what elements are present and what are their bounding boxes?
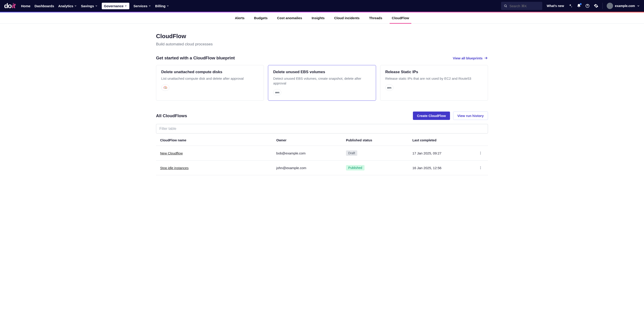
cell-last: 17 Jan 2025, 09:27 <box>408 146 475 161</box>
nav-label: Analytics <box>58 4 73 8</box>
chevron-down-icon <box>166 4 169 7</box>
col-status[interactable]: Published status <box>342 135 408 146</box>
nav-label: Savings <box>81 4 94 8</box>
chevron-down-icon <box>124 4 127 7</box>
cloudflow-name-link[interactable]: New Cloudflow <box>160 151 183 155</box>
status-badge: Published <box>346 165 364 170</box>
svg-point-10 <box>480 154 481 155</box>
svg-point-5 <box>164 87 165 88</box>
svg-line-1 <box>506 6 507 7</box>
nav-analytics[interactable]: Analytics <box>58 4 77 8</box>
svg-point-8 <box>480 152 481 153</box>
search-icon <box>504 4 507 8</box>
svg-point-12 <box>480 168 481 168</box>
gear-icon[interactable] <box>594 3 598 8</box>
logo-do: do <box>4 2 12 10</box>
col-last[interactable]: Last completed <box>408 135 475 146</box>
table-row: Stop idle instancesjohn@example.comPubli… <box>156 161 488 175</box>
nav-links: HomeDashboardsAnalyticsSavingsGovernance… <box>21 3 169 9</box>
nav-billing[interactable]: Billing <box>155 4 169 8</box>
svg-point-0 <box>504 5 506 7</box>
page-subtitle: Build automated cloud processes <box>156 42 488 46</box>
account-menu[interactable]: example.com <box>607 3 640 9</box>
subnav-cloud-incidents[interactable]: Cloud incidents <box>334 12 360 23</box>
table-heading: All CloudFlows <box>156 113 187 118</box>
row-menu-button[interactable] <box>475 146 488 161</box>
nav-dashboards[interactable]: Dashboards <box>34 4 54 8</box>
more-vert-icon <box>479 166 482 169</box>
nav-label: Billing <box>155 4 166 8</box>
svg-point-6 <box>165 87 166 88</box>
nav-governance[interactable]: Governance <box>102 3 130 9</box>
gcp-icon <box>161 84 169 91</box>
nav-label: Governance <box>104 4 124 8</box>
subnav-alerts[interactable]: Alerts <box>235 12 245 23</box>
status-badge: Draft <box>346 150 357 156</box>
nav-services[interactable]: Services <box>134 4 151 8</box>
table-row: New Cloudflowbob@example.comDraft17 Jan … <box>156 146 488 161</box>
cell-owner: bob@example.com <box>272 146 342 161</box>
subnav-cost-anomalies[interactable]: Cost anomalies <box>277 12 302 23</box>
view-all-blueprints-link[interactable]: View all blueprints <box>453 56 488 60</box>
arrow-right-icon <box>484 56 488 60</box>
search-input[interactable] <box>510 4 540 8</box>
aws-icon: aws <box>273 89 281 96</box>
blueprint-title: Release Static IPs <box>385 70 483 74</box>
blueprint-desc: Release static IPs that are not used by … <box>385 76 483 81</box>
subnav: AlertsBudgetsCost anomaliesInsightsCloud… <box>0 12 644 24</box>
table-section-head: All CloudFlows Create CloudFlow View run… <box>156 112 488 120</box>
notification-dot <box>580 3 582 5</box>
chevron-down-icon <box>95 4 98 7</box>
col-owner[interactable]: Owner <box>272 135 342 146</box>
logo-it: it <box>12 2 15 10</box>
page-title: CloudFlow <box>156 33 488 40</box>
filter-table-input[interactable] <box>156 124 488 134</box>
svg-point-3 <box>587 6 588 7</box>
svg-point-7 <box>166 88 166 89</box>
blueprint-card[interactable]: Delete unattached compute disksList unat… <box>156 65 264 101</box>
search-box[interactable] <box>501 2 542 10</box>
blueprint-desc: Detect unused EBS volumes, create snapsh… <box>273 76 370 86</box>
page: CloudFlow Build automated cloud processe… <box>152 24 492 184</box>
svg-point-11 <box>480 167 481 167</box>
row-menu-button[interactable] <box>475 161 488 175</box>
cloudflows-table: CloudFlow name Owner Published status La… <box>156 135 488 175</box>
nav-label: Dashboards <box>34 4 54 8</box>
sparkle-icon[interactable] <box>568 3 572 8</box>
blueprint-desc: List unattached compute disk and delete … <box>161 76 259 81</box>
col-name[interactable]: CloudFlow name <box>156 135 272 146</box>
subnav-budgets[interactable]: Budgets <box>254 12 268 23</box>
blueprint-cards: Delete unattached compute disksList unat… <box>156 65 488 101</box>
nav-label: Home <box>21 4 30 8</box>
more-vert-icon <box>479 151 482 155</box>
cloudflow-name-link[interactable]: Stop idle instances <box>160 166 188 170</box>
subnav-insights[interactable]: Insights <box>312 12 325 23</box>
bell-icon[interactable] <box>576 3 581 8</box>
blueprint-title: Delete unused EBS volumes <box>273 70 370 74</box>
blueprint-card[interactable]: Delete unused EBS volumesDetect unused E… <box>268 65 376 101</box>
nav-savings[interactable]: Savings <box>81 4 98 8</box>
svg-point-9 <box>480 153 481 154</box>
chevron-down-icon <box>637 4 640 7</box>
chevron-down-icon <box>74 4 77 7</box>
aws-icon: aws <box>385 84 394 91</box>
blueprint-card[interactable]: Release Static IPsRelease static IPs tha… <box>380 65 488 101</box>
svg-point-13 <box>480 168 481 169</box>
nav-label: Services <box>134 4 148 8</box>
view-run-history-button[interactable]: View run history <box>453 112 488 120</box>
subnav-threads[interactable]: Threads <box>369 12 382 23</box>
subnav-cloudflow[interactable]: CloudFlow <box>392 12 409 23</box>
chevron-down-icon <box>148 4 151 7</box>
nav-right: What's new example.com <box>547 3 640 9</box>
cell-last: 16 Jan 2025, 12:56 <box>408 161 475 175</box>
nav-home[interactable]: Home <box>21 4 30 8</box>
logo[interactable]: doit <box>4 2 15 10</box>
whats-new-link[interactable]: What's new <box>547 4 564 8</box>
cell-owner: john@example.com <box>272 161 342 175</box>
top-navbar: doit HomeDashboardsAnalyticsSavingsGover… <box>0 0 644 12</box>
view-all-label: View all blueprints <box>453 56 482 60</box>
blueprint-title: Delete unattached compute disks <box>161 70 259 74</box>
help-icon[interactable] <box>585 3 590 8</box>
avatar <box>607 3 613 9</box>
create-cloudflow-button[interactable]: Create CloudFlow <box>413 112 450 120</box>
